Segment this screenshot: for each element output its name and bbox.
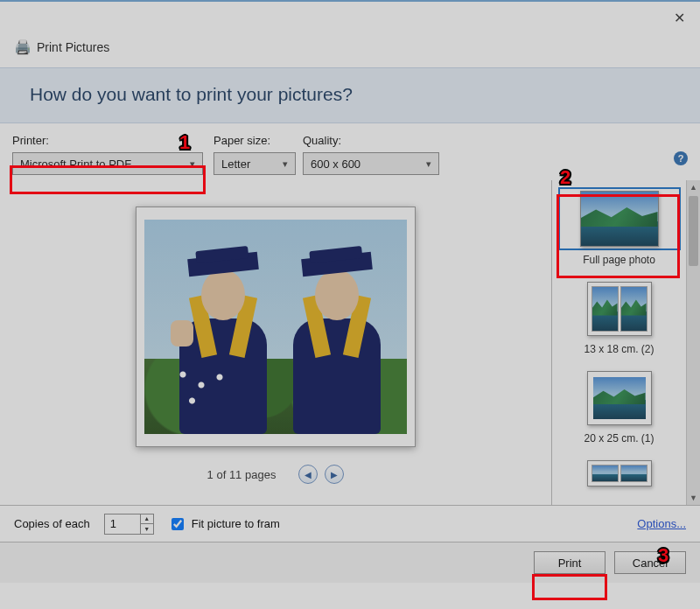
print-button[interactable]: Print: [534, 551, 606, 574]
quality-label: Quality:: [303, 134, 439, 147]
copies-spinner[interactable]: ▲ ▼: [104, 514, 154, 535]
layout-13x18[interactable]: 13 x 18 cm. (2): [558, 278, 681, 355]
layout-20x25[interactable]: 20 x 25 cm. (1): [558, 368, 681, 444]
dialog-header: 🖨️ Print Pictures: [0, 33, 700, 67]
fit-picture-label: Fit picture to fram: [192, 517, 280, 530]
copies-up-icon[interactable]: ▲: [141, 514, 153, 524]
help-icon[interactable]: ?: [674, 151, 688, 165]
layouts-list: Full page photo 13 x 18 cm. (2) 20 x 25 …: [552, 180, 686, 505]
paper-size-label: Paper size:: [214, 134, 296, 147]
options-link[interactable]: Options...: [637, 517, 686, 530]
chevron-down-icon: ▾: [283, 158, 288, 170]
layouts-scrollbar[interactable]: ▲ ▼: [686, 180, 700, 505]
preview-page: [136, 206, 416, 447]
dialog-title: Print Pictures: [37, 40, 109, 54]
printer-select[interactable]: Microsoft Print to PDF ▾: [12, 152, 203, 175]
chevron-down-icon: ▾: [426, 158, 431, 170]
copies-label: Copies of each: [14, 517, 90, 530]
fit-picture-checkbox[interactable]: Fit picture to fram: [168, 515, 280, 533]
paper-size-select[interactable]: Letter ▾: [214, 152, 296, 175]
scroll-down-icon[interactable]: ▼: [687, 491, 700, 505]
preview-pane: 1 of 11 pages ◀ ▶: [0, 180, 551, 505]
close-button[interactable]: ✕: [667, 10, 691, 26]
chevron-down-icon: ▾: [190, 158, 195, 170]
layout-label: 20 x 25 cm. (1): [558, 432, 681, 444]
quality-select[interactable]: 600 x 600 ▾: [303, 152, 439, 175]
scroll-up-icon[interactable]: ▲: [687, 180, 700, 194]
dialog-heading: How do you want to print your pictures?: [30, 84, 670, 105]
layout-full-page[interactable]: Full page photo: [558, 187, 681, 266]
preview-photo: [144, 220, 407, 434]
layout-next-peek[interactable]: [558, 457, 681, 490]
printer-label: Printer:: [12, 134, 206, 147]
scrollbar-thumb[interactable]: [689, 196, 698, 266]
layout-label: Full page photo: [558, 254, 681, 266]
cancel-button[interactable]: Cancel: [614, 551, 686, 574]
prev-page-button[interactable]: ◀: [298, 465, 318, 484]
fit-picture-check-input[interactable]: [172, 518, 184, 530]
paper-size-value: Letter: [221, 158, 250, 171]
printer-icon: 🖨️: [14, 38, 30, 55]
printer-value: Microsoft Print to PDF: [20, 158, 131, 171]
layout-label: 13 x 18 cm. (2): [558, 343, 681, 355]
heading-band: How do you want to print your pictures?: [0, 67, 700, 123]
copies-input[interactable]: [105, 517, 140, 530]
copies-down-icon[interactable]: ▼: [141, 524, 153, 534]
quality-value: 600 x 600: [311, 158, 360, 171]
pager-text: 1 of 11 pages: [207, 468, 276, 481]
next-page-button[interactable]: ▶: [325, 465, 344, 484]
